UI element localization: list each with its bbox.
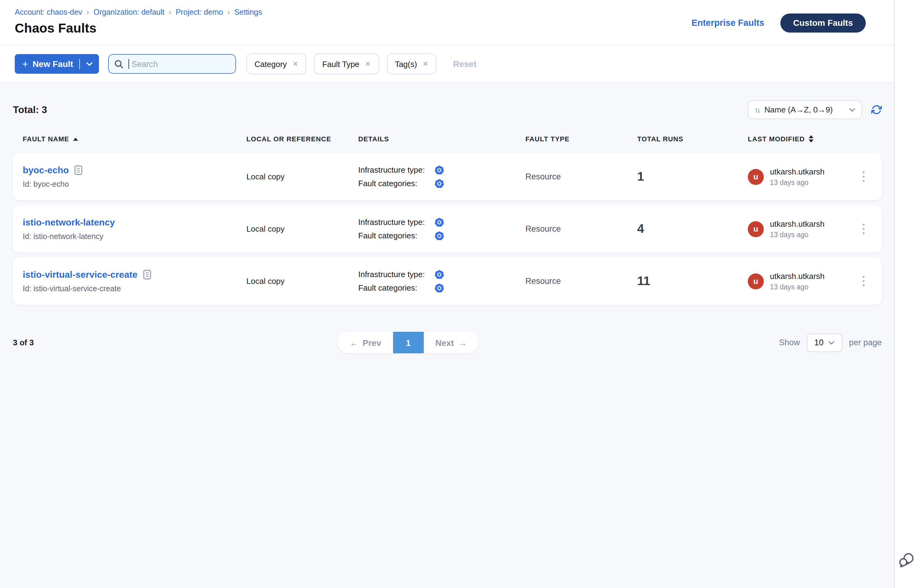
remove-category-filter-icon[interactable]: ✕ bbox=[293, 60, 298, 68]
remove-tags-filter-icon[interactable]: ✕ bbox=[422, 60, 428, 68]
kubernetes-icon bbox=[435, 165, 444, 175]
chevron-down-icon[interactable] bbox=[86, 62, 93, 66]
kubernetes-icon bbox=[435, 283, 444, 293]
manifest-icon[interactable] bbox=[143, 270, 151, 279]
main-area: Account: chaos-dev › Organization: defau… bbox=[0, 0, 894, 588]
toolbar: + New Fault Category ✕ Fault Type ✕ bbox=[0, 45, 894, 83]
column-header-fault-name[interactable]: FAULT NAME bbox=[23, 135, 246, 142]
new-fault-button[interactable]: + New Fault bbox=[15, 54, 99, 74]
breadcrumb-settings[interactable]: Settings bbox=[234, 8, 262, 16]
refresh-button[interactable] bbox=[871, 105, 882, 115]
sort-both-icon bbox=[808, 135, 813, 142]
column-header-last-modified[interactable]: LAST MODIFIED bbox=[748, 135, 855, 142]
tags-filter-label: Tag(s) bbox=[395, 59, 417, 68]
chevron-down-icon bbox=[828, 341, 834, 344]
search-icon bbox=[114, 59, 123, 68]
search-input[interactable] bbox=[130, 59, 225, 69]
modified-time: 13 days ago bbox=[770, 231, 824, 238]
avatar: u bbox=[748, 273, 764, 289]
page-size-select[interactable]: 10 bbox=[806, 333, 842, 352]
fault-row-istio-virtual-service-create[interactable]: istio-virtual-service-create Id: istio-v… bbox=[13, 257, 882, 305]
breadcrumb-separator: › bbox=[87, 7, 89, 16]
fault-type-value: Resource bbox=[525, 276, 637, 286]
chat-bubbles-icon bbox=[898, 552, 915, 569]
fault-row-istio-network-latency[interactable]: istio-network-latency Id: istio-network-… bbox=[13, 205, 882, 252]
page-title: Chaos Faults bbox=[15, 21, 262, 36]
kubernetes-icon bbox=[435, 270, 444, 279]
column-header-total-runs: TOTAL RUNS bbox=[637, 135, 748, 142]
fault-id: Id: istio-network-latency bbox=[23, 232, 246, 241]
fault-name-link[interactable]: byoc-echo bbox=[23, 165, 69, 175]
modified-time: 13 days ago bbox=[770, 179, 824, 186]
right-rail bbox=[894, 0, 918, 588]
total-runs-value: 1 bbox=[637, 170, 748, 184]
modified-by-user: utkarsh.utkarsh bbox=[770, 271, 824, 281]
local-or-reference-value: Local copy bbox=[246, 224, 358, 233]
modified-time: 13 days ago bbox=[770, 283, 824, 291]
row-menu-button[interactable] bbox=[858, 220, 870, 238]
table-header-row: FAULT NAME LOCAL OR REFERENCE DETAILS FA… bbox=[13, 135, 882, 142]
reset-filters-button[interactable]: Reset bbox=[453, 59, 477, 69]
page-range-label: 3 of 3 bbox=[13, 338, 34, 347]
help-chat-button[interactable] bbox=[898, 552, 915, 572]
row-menu-button[interactable] bbox=[858, 168, 870, 186]
modified-by-user: utkarsh.utkarsh bbox=[770, 219, 824, 229]
column-header-details: DETAILS bbox=[358, 135, 525, 142]
search-box[interactable] bbox=[108, 54, 236, 74]
chevron-down-icon bbox=[849, 108, 855, 111]
infrastructure-type-label: Infrastructure type: bbox=[358, 165, 435, 174]
enterprise-faults-link[interactable]: Enterprise Faults bbox=[692, 18, 764, 27]
arrow-left-icon: ← bbox=[350, 338, 358, 347]
row-menu-button[interactable] bbox=[858, 272, 870, 290]
chaos-faults-page: Account: chaos-dev › Organization: defau… bbox=[0, 0, 918, 588]
new-fault-label: New Fault bbox=[32, 59, 73, 69]
list-controls-row: Total: 3 ↑↓ Name (A→Z, 0→9) bbox=[13, 100, 882, 119]
fault-list: byoc-echo Id: byoc-echo Local copy Infra… bbox=[13, 153, 882, 305]
button-divider bbox=[79, 59, 80, 69]
page-size-controls: Show 10 per page bbox=[779, 333, 882, 352]
per-page-label: per page bbox=[849, 338, 882, 347]
fault-type-value: Resource bbox=[525, 224, 637, 233]
remove-fault-type-filter-icon[interactable]: ✕ bbox=[365, 60, 371, 68]
page-1-button[interactable]: 1 bbox=[393, 332, 423, 353]
total-count-label: Total: 3 bbox=[13, 104, 47, 115]
manifest-icon[interactable] bbox=[74, 165, 82, 175]
breadcrumb-project[interactable]: Project: demo bbox=[176, 8, 223, 16]
fault-categories-label: Fault categories: bbox=[358, 179, 435, 188]
content-area: Total: 3 ↑↓ Name (A→Z, 0→9) FAULT NAME bbox=[0, 83, 894, 588]
header-right: Enterprise Faults Custom Faults bbox=[692, 0, 889, 45]
fault-type-value: Resource bbox=[525, 172, 637, 181]
breadcrumb-organization[interactable]: Organization: default bbox=[94, 8, 164, 16]
breadcrumb-account[interactable]: Account: chaos-dev bbox=[15, 8, 82, 16]
category-filter-chip[interactable]: Category ✕ bbox=[246, 53, 306, 74]
kubernetes-icon bbox=[435, 217, 444, 227]
kubernetes-icon bbox=[435, 178, 444, 188]
fault-id: Id: istio-virtual-service-create bbox=[23, 284, 246, 293]
next-page-button[interactable]: Next → bbox=[423, 332, 478, 353]
prev-page-button[interactable]: ← Prev bbox=[338, 332, 393, 353]
plus-icon: + bbox=[22, 59, 28, 69]
header-left: Account: chaos-dev › Organization: defau… bbox=[15, 0, 262, 36]
breadcrumb-separator: › bbox=[227, 7, 230, 16]
column-header-local-or-reference: LOCAL OR REFERENCE bbox=[246, 135, 358, 142]
sort-ascending-icon bbox=[73, 137, 78, 141]
local-or-reference-value: Local copy bbox=[246, 276, 358, 286]
infrastructure-type-label: Infrastructure type: bbox=[358, 270, 435, 279]
sort-dropdown[interactable]: ↑↓ Name (A→Z, 0→9) bbox=[748, 100, 862, 119]
fault-name-link[interactable]: istio-virtual-service-create bbox=[23, 269, 137, 279]
modified-by-user: utkarsh.utkarsh bbox=[770, 167, 824, 176]
fault-id: Id: byoc-echo bbox=[23, 180, 246, 189]
tags-filter-chip[interactable]: Tag(s) ✕ bbox=[387, 53, 436, 74]
fault-name-link[interactable]: istio-network-latency bbox=[23, 217, 115, 227]
total-runs-value: 4 bbox=[637, 222, 748, 236]
filter-chips: Category ✕ Fault Type ✕ Tag(s) ✕ bbox=[246, 53, 436, 74]
fault-type-filter-chip[interactable]: Fault Type ✕ bbox=[314, 53, 379, 74]
fault-row-byoc-echo[interactable]: byoc-echo Id: byoc-echo Local copy Infra… bbox=[13, 153, 882, 200]
fault-categories-label: Fault categories: bbox=[358, 231, 435, 240]
fault-type-filter-label: Fault Type bbox=[322, 59, 359, 68]
pager: ← Prev 1 Next → bbox=[338, 332, 478, 353]
fault-categories-label: Fault categories: bbox=[358, 283, 435, 292]
refresh-icon bbox=[871, 105, 882, 115]
custom-faults-button[interactable]: Custom Faults bbox=[781, 13, 866, 32]
text-cursor bbox=[128, 59, 129, 69]
